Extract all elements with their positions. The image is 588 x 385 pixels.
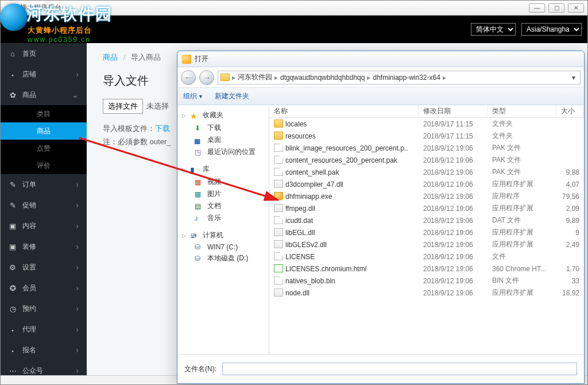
dialog-title-icon: [182, 55, 191, 64]
filename-input[interactable]: [222, 363, 577, 375]
sidebar-icon: ⌂: [9, 49, 17, 58]
download-template-link[interactable]: 下载: [155, 124, 170, 133]
col-name[interactable]: 名称: [269, 105, 419, 117]
tree-item-recent[interactable]: ◳最近访问的位置: [177, 146, 269, 158]
sidebar-item[interactable]: ⬩店铺: [1, 64, 87, 84]
tree-item-music[interactable]: ♪音乐: [177, 212, 269, 224]
file-open-dialog: 打开 ← → ▸ 河东软件园 ▸ dtgqwaudbnqwbhdqhbdhqq …: [177, 51, 585, 384]
sidebar-icon: ✎: [9, 180, 17, 189]
dialog-body: ▷★收藏夹 ⬇下载 ▅桌面 ◳最近访问的位置 ▷▮库 ▦视频 ▩图片 ▤文档 ♪…: [177, 105, 584, 354]
language-select[interactable]: 简体中文: [471, 23, 516, 36]
tree-item-desktop[interactable]: ▅桌面: [177, 134, 269, 146]
file-list-header: 名称 修改日期 类型 大小: [269, 105, 584, 118]
organize-menu[interactable]: 组织▼: [183, 91, 203, 101]
sidebar-label: 首页: [22, 49, 36, 59]
dll-icon: [274, 204, 283, 212]
address-bar[interactable]: ▸ 河东软件园 ▸ dtgqwaudbnqwbhdqhbdhqq ▸ dhfmi…: [218, 71, 581, 84]
address-dropdown-icon[interactable]: ▾: [570, 74, 578, 82]
col-size[interactable]: 大小: [556, 105, 584, 117]
sidebar-item[interactable]: ✎促销: [1, 195, 87, 215]
sidebar-item[interactable]: ✎订单: [1, 174, 87, 195]
sidebar-subitem[interactable]: 点赞: [1, 140, 87, 157]
sidebar-label: 店铺: [22, 70, 36, 79]
sidebar-label: 订单: [22, 180, 36, 190]
maximize-button[interactable]: ▢: [548, 3, 564, 13]
crumb-seg[interactable]: dhfminiapp-win32-x64: [372, 74, 441, 82]
dll-icon: [274, 180, 283, 188]
sidebar-icon: ✪: [9, 284, 17, 292]
file-row[interactable]: libEGL.dll2018/9/12 19:06应用程序扩展9: [269, 226, 584, 238]
dll-icon: [274, 240, 283, 248]
tree-item-documents[interactable]: ▤文档: [177, 200, 269, 212]
sidebar-item[interactable]: ⚙设置: [1, 257, 87, 278]
sidebar-item[interactable]: ▣内容: [1, 215, 87, 236]
tree-libraries[interactable]: ▷▮库: [177, 163, 269, 176]
sidebar-label: 内容: [22, 221, 36, 231]
file-rows: locales2018/9/17 11:15文件夹resources2018/9…: [269, 118, 584, 354]
file-row[interactable]: resources2018/9/17 11:15文件夹: [269, 130, 584, 142]
nav-forward-button[interactable]: →: [199, 70, 214, 85]
sidebar-item[interactable]: ▣装修: [1, 236, 87, 257]
html-icon: [274, 264, 283, 272]
file-row[interactable]: LICENSES.chromium.html2018/9/12 19:06360…: [269, 263, 584, 275]
sidebar-icon: ◷: [9, 305, 17, 313]
sidebar-item[interactable]: ⬩代理: [1, 319, 87, 340]
file-row[interactable]: blink_image_resources_200_percent.p..201…: [269, 142, 584, 154]
crumb-seg[interactable]: dtgqwaudbnqwbhdqhbdhqq: [279, 74, 366, 82]
breadcrumb-root[interactable]: 商品: [103, 53, 118, 61]
file-row[interactable]: natives_blob.bin2018/9/12 19:06BIN 文件33: [269, 275, 584, 287]
file-row[interactable]: node.dll2018/9/12 19:06应用程序扩展18,92: [269, 287, 584, 299]
nav-back-button[interactable]: ←: [181, 70, 196, 85]
tree-item-drive-c[interactable]: ⛁WIN7 (C:): [177, 242, 269, 252]
sidebar-item[interactable]: ◷预约: [1, 298, 87, 319]
dll-icon: [274, 288, 283, 297]
crumb-seg[interactable]: 河东软件园: [237, 72, 273, 82]
file-icon: [274, 276, 283, 284]
file-icon: [274, 144, 283, 152]
file-icon: [274, 216, 283, 224]
file-row[interactable]: libGLESv2.dll2018/9/12 19:06应用程序扩展2,49: [269, 238, 584, 251]
file-row[interactable]: LICENSE2018/9/12 19:06文件: [269, 251, 584, 263]
sidebar-item[interactable]: ✿商品: [1, 84, 87, 105]
sidebar-subitem[interactable]: 商品: [1, 122, 87, 140]
sidebar-subitem[interactable]: 类目: [1, 105, 87, 122]
file-row[interactable]: content_resources_200_percent.pak2018/9/…: [269, 154, 584, 166]
file-row[interactable]: dhfminiapp.exe2018/9/12 19:06应用程序79,56: [269, 190, 584, 202]
sidebar-item[interactable]: ⌂首页: [1, 43, 87, 64]
timezone-select[interactable]: Asia/Shangha: [521, 23, 582, 36]
folder-icon: [274, 132, 283, 140]
dll-icon: [274, 228, 283, 236]
download-icon: ⬇: [195, 124, 204, 132]
tree-computer[interactable]: ▷🖳计算机: [177, 229, 269, 242]
file-row[interactable]: icudtl.dat2018/9/12 19:06DAT 文件9,89: [269, 214, 584, 226]
file-row[interactable]: locales2018/9/17 11:15文件夹: [269, 118, 584, 130]
tree-item-pictures[interactable]: ▩图片: [177, 188, 269, 200]
breadcrumb-current: 导入商品: [131, 53, 161, 61]
tree-item-videos[interactable]: ▦视频: [177, 176, 269, 188]
window-controls: — ▢ ✕: [529, 3, 584, 13]
tree-item-downloads[interactable]: ⬇下载: [177, 122, 269, 134]
col-date[interactable]: 修改日期: [419, 105, 488, 117]
sidebar-item[interactable]: ✪会员: [1, 278, 87, 298]
computer-icon: 🖳: [190, 232, 199, 240]
app-titlebar[interactable]: 大黄蜂小程序后台 — ▢ ✕: [1, 1, 587, 16]
tree-favorites[interactable]: ▷★收藏夹: [177, 109, 269, 122]
sidebar-item[interactable]: ⬩报名: [1, 340, 87, 360]
file-row[interactable]: content_shell.pak2018/9/12 19:06PAK 文件9,…: [269, 166, 584, 178]
dialog-titlebar[interactable]: 打开: [177, 51, 584, 67]
minimize-button[interactable]: —: [529, 3, 545, 13]
file-row[interactable]: d3dcompiler_47.dll2018/9/12 19:06应用程序扩展4…: [269, 178, 584, 190]
choose-file-button[interactable]: 选择文件: [103, 99, 143, 114]
close-button[interactable]: ✕: [568, 3, 584, 13]
chevron-right-icon: ▸: [232, 74, 235, 82]
new-folder-button[interactable]: 新建文件夹: [215, 91, 249, 101]
file-row[interactable]: ffmpeg.dll2018/9/12 19:06应用程序扩展2,09: [269, 202, 584, 214]
col-type[interactable]: 类型: [488, 105, 556, 117]
sidebar-subitem[interactable]: 评价: [1, 157, 87, 174]
tree-item-drive-d[interactable]: ⛁本地磁盘 (D:): [177, 252, 269, 264]
picture-icon: ▩: [195, 190, 204, 198]
dialog-title: 打开: [195, 54, 208, 64]
folder-tree: ▷★收藏夹 ⬇下载 ▅桌面 ◳最近访问的位置 ▷▮库 ▦视频 ▩图片 ▤文档 ♪…: [177, 105, 269, 354]
sidebar-item[interactable]: ⋯公众号: [1, 360, 87, 375]
sidebar-icon: ⬩: [9, 325, 17, 334]
